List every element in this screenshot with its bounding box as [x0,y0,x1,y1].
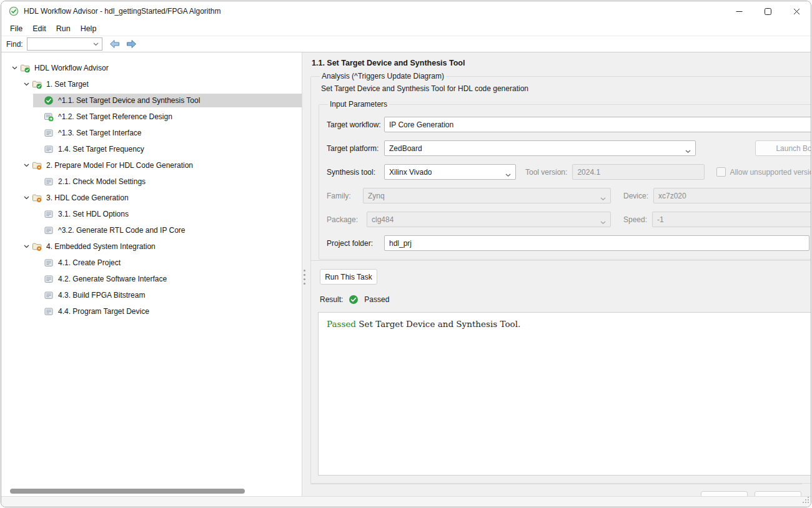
find-toolbar: Find: [1,36,811,52]
synthesis-tool-select[interactable]: Xilinx Vivado [384,164,516,180]
tree-item-label: 4.2. Generate Software Interface [58,275,167,283]
tree-item[interactable]: ^1.3. Set Target Interface [1,125,302,141]
chevron-down-icon [685,147,691,155]
device-select: xc7z020 [653,188,811,203]
resize-grip-icon[interactable] [803,496,809,505]
passed-status-icon [349,295,359,305]
tree-item-label: ^3.2. Generate RTL Code and IP Core [58,226,186,235]
arrow-left-icon [109,39,120,49]
tree-item[interactable]: 4. Embedded System Integration [1,238,302,255]
tree-item-label: 3.1. Set HDL Options [58,210,129,218]
menubar: FileEditRunHelp [1,21,811,36]
input-parameters-group: Input Parameters Target workflow: IP Cor… [319,100,811,260]
project-folder-input[interactable]: hdl_prj [384,235,810,251]
tree-item[interactable]: 1. Set Target [1,76,302,92]
chevron-down-icon[interactable] [21,164,32,167]
menu-file[interactable]: File [5,24,27,33]
tool-version-label: Tool version: [525,168,567,177]
menu-edit[interactable]: Edit [27,24,51,33]
chevron-down-icon [600,194,606,203]
tree-item-label: 4. Embedded System Integration [46,242,156,251]
tree-item[interactable]: 1.4. Set Target Frequency [1,141,302,157]
tree-item[interactable]: 2.1. Check Model Settings [1,173,302,190]
menu-help[interactable]: Help [76,24,102,33]
tree-item[interactable]: ^3.2. Generate RTL Code and IP Core [1,222,302,238]
tree-item-label: ^1.1. Set Target Device and Synthesis To… [58,96,200,105]
tree-item-label: 2.1. Check Model Settings [58,177,146,186]
task-icon [44,290,54,300]
hdl-workflow-advisor-window: HDL Workflow Advisor - hdl_gettingStarte… [1,1,811,507]
workflow-tree: HDL Workflow Advisor1. Set Target^1.1. S… [1,52,302,496]
target-platform-label: Target platform: [327,144,379,153]
target-platform-select[interactable]: ZedBoard [384,140,696,156]
tree-item[interactable]: 4.2. Generate Software Interface [1,271,302,287]
tree-item[interactable]: ^1.1. Set Target Device and Synthesis To… [1,92,302,109]
task-icon [44,258,54,268]
tree-item-label: HDL Workflow Advisor [34,64,109,72]
launch-board-manager-button: Launch Board Manager [755,140,811,156]
chevron-down-icon [600,218,606,227]
tree-item[interactable]: HDL Workflow Advisor [1,60,302,76]
speed-label: Speed: [623,215,647,224]
tree-item[interactable]: 4.1. Create Project [1,255,302,271]
tree-item[interactable]: 3.1. Set HDL Options [1,206,302,222]
tree-item-label: 3. HDL Code Generation [46,193,129,202]
task-icon [44,225,54,235]
find-previous-button[interactable] [108,38,122,51]
find-input[interactable] [27,37,102,51]
maximize-button[interactable] [753,1,782,21]
result-message-text: Set Target Device and Synthesis Tool. [356,319,520,329]
task-icon [44,128,54,138]
target-workflow-select[interactable]: IP Core Generation [384,117,811,132]
minimize-button[interactable] [725,1,753,21]
tree-item-label: ^1.3. Set Target Interface [58,129,142,137]
target-workflow-label: Target workflow: [327,120,379,129]
horizontal-scrollbar[interactable] [2,488,300,494]
section-divider [311,260,811,261]
chevron-down-icon[interactable] [21,82,32,86]
package-select: clg484 [367,212,611,227]
package-label: Package: [327,215,362,224]
tree-item-label: ^1.2. Set Target Reference Design [58,112,172,121]
task-run-icon [44,112,54,122]
close-button[interactable] [782,1,811,21]
task-icon [44,177,54,187]
analysis-legend: Analysis (^Triggers Update Diagram) [320,72,446,81]
tree-item-label: 1. Set Target [46,80,89,89]
menu-run[interactable]: Run [51,24,76,33]
find-next-button[interactable] [125,38,139,51]
tree-item-label: 2. Prepare Model For HDL Code Generation [46,161,193,170]
task-icon [44,306,54,316]
scrollbar-thumb[interactable] [10,489,245,494]
tree-item[interactable]: ^1.2. Set Target Reference Design [1,109,302,125]
tree-item[interactable]: 2. Prepare Model For HDL Code Generation [1,157,302,173]
folder-gear-icon [32,242,42,252]
tree-item-label: 1.4. Set Target Frequency [58,145,144,154]
page-title: 1.1. Set Target Device and Synthesis Too… [312,59,802,67]
tree-item[interactable]: 4.4. Program Target Device [1,303,302,320]
folder-check-icon [20,63,30,73]
statusbar [1,496,811,507]
tree-item[interactable]: 4.3. Build FPGA Bitstream [1,287,302,303]
titlebar: HDL Workflow Advisor - hdl_gettingStarte… [1,1,811,21]
panel-splitter[interactable] [302,52,307,496]
allow-unsupported-version-label: Allow unsupported version [730,168,811,177]
run-this-task-button[interactable]: Run This Task [320,269,377,285]
analysis-group: Analysis (^Triggers Update Diagram) Set … [310,72,811,484]
task-icon [44,274,54,284]
app-icon [9,6,19,16]
chevron-down-icon[interactable] [21,196,32,200]
allow-unsupported-version-checkbox [716,167,726,177]
chevron-down-icon [505,170,511,179]
speed-select: -1 [652,212,811,227]
chevron-down-icon[interactable] [9,66,20,70]
passed-icon [44,95,54,105]
task-description: Set Target Device and Synthesis Tool for… [321,84,811,93]
folder-check-icon [32,79,42,89]
chevron-down-icon[interactable] [21,245,32,248]
family-label: Family: [327,192,358,200]
task-icon [44,209,54,219]
tree-item[interactable]: 3. HDL Code Generation [1,190,302,206]
family-select: Zynq [363,188,611,203]
device-label: Device: [623,192,648,200]
